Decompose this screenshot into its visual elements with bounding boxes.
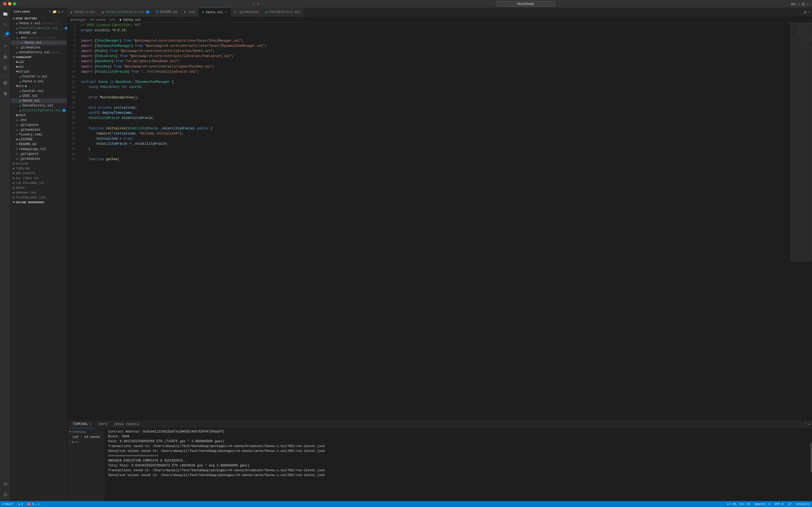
more-icon[interactable]: ⋯ xyxy=(807,2,809,6)
errors-indicator[interactable]: ⛔ 0 ⚠ 1 xyxy=(25,501,42,507)
terminal-instance-zsh[interactable]: zsh - v4-vanna xyxy=(67,435,105,440)
file-usdc-sol[interactable]: ◆ USDC.sol xyxy=(11,94,67,98)
open-editor-vanna-sol[interactable]: ✕ ◆ Vanna.sol packages/v4-... xyxy=(11,40,67,45)
folder-script[interactable]: ▼ script xyxy=(11,69,67,74)
folder-out[interactable]: ► out xyxy=(11,64,67,69)
open-editors-header[interactable]: ▼ OPEN EDITORS xyxy=(11,16,67,21)
tab-gitmodules[interactable]: ⚙ .gitmodules xyxy=(231,7,262,17)
inline-bookmarks-section[interactable]: ▼ INLINE BOOKMARKS xyxy=(11,200,67,205)
collapse-all-icon[interactable]: ⋯ xyxy=(61,10,64,14)
settings-icon[interactable] xyxy=(1,490,10,499)
close-button[interactable] xyxy=(3,2,6,5)
file-counter-sol[interactable]: ◆ Counter.sol xyxy=(11,89,67,94)
spaces-indicator[interactable]: Spaces: 4 xyxy=(752,501,772,507)
tag-explorer-section[interactable]: ► TAG EXPLORER (0) xyxy=(11,181,67,185)
maximize-panel-icon[interactable]: ⌃ xyxy=(805,422,806,426)
terminal-output[interactable]: Contract Address: 0x82e01223d51Eb87e16A0… xyxy=(105,428,810,501)
encoding-indicator[interactable]: UTF-8 xyxy=(772,501,786,507)
close-icon[interactable]: ✕ xyxy=(19,41,20,44)
tab-volatility-oracle[interactable]: ◆ VolatilityOracle.sol 1 xyxy=(99,7,153,17)
tab-readme[interactable]: M README.md xyxy=(153,7,181,17)
file-foundry-toml[interactable]: ≡ foundry.toml xyxy=(11,132,67,137)
more-tabs-icon[interactable]: ⋯ xyxy=(808,10,810,14)
remote-icon[interactable] xyxy=(1,63,10,72)
all-links-section[interactable]: ► ALL LINKS (0) xyxy=(11,176,67,181)
new-folder-icon[interactable]: 📁 xyxy=(52,10,57,14)
open-editor-gitmodules[interactable]: ⚙ .gitmodules xyxy=(11,45,67,50)
file-env[interactable]: ⚙ .env xyxy=(11,118,67,123)
database-icon[interactable] xyxy=(1,90,10,98)
explorer-icon[interactable] xyxy=(1,10,10,18)
file-vanna-factory-sol[interactable]: ◆ VannaFactory.sol xyxy=(11,103,67,108)
chevron-down-icon: ▼ xyxy=(16,70,18,74)
cursor-position[interactable]: Ln 29, Col 26 xyxy=(725,501,752,507)
file-root-gitignore[interactable]: ≡ .gitignore xyxy=(11,152,67,157)
timeline-section[interactable]: ► TIMELINE xyxy=(11,166,67,171)
open-editor-vanna-factory[interactable]: ◆ VannaFactory.sol packa... xyxy=(11,50,67,55)
file-gitignore[interactable]: ≡ .gitignore xyxy=(11,123,67,127)
open-editor-readme[interactable]: M README.md xyxy=(11,31,67,36)
folder-src[interactable]: ▼ src xyxy=(11,84,67,89)
npm-scripts-section[interactable]: ► NPM SCRIPTS xyxy=(11,171,67,176)
sync-indicator[interactable]: ↻ 0 xyxy=(16,501,25,507)
tab-vanna-s-sol[interactable]: ◆ Vanna.s.sol xyxy=(67,7,99,17)
add-terminal-icon[interactable]: + xyxy=(69,440,71,444)
tab-debug-console[interactable]: DEBUG CONSOLE xyxy=(111,421,143,428)
minimize-button[interactable] xyxy=(8,2,11,5)
terminal-scrollbar[interactable] xyxy=(810,428,812,501)
line-ending-indicator[interactable]: LF xyxy=(786,501,794,507)
file-license[interactable]: ⚑ LICENSE xyxy=(11,137,67,142)
language-indicator[interactable]: solidity xyxy=(794,501,812,507)
new-file-icon[interactable]: + xyxy=(49,10,51,14)
breadcrumb-src[interactable]: src xyxy=(110,18,116,22)
forward-button[interactable]: › xyxy=(257,1,260,6)
refresh-icon[interactable]: ↻ xyxy=(58,10,60,14)
gitlens-icon[interactable] xyxy=(1,79,10,88)
search-icon[interactable] xyxy=(1,20,10,29)
split-editor-icon[interactable]: ▧ xyxy=(802,2,804,6)
file-root-gitmodules[interactable]: ⚙ .gitmodules xyxy=(11,157,67,161)
notes-section[interactable]: ► NOTES xyxy=(11,185,67,190)
breadcrumb-packages[interactable]: packages xyxy=(70,18,86,22)
folder-lib[interactable]: ► lib xyxy=(11,60,67,64)
open-editor-env[interactable]: ⚙ .env packages/v4-vanna xyxy=(11,36,67,40)
file-counter-s-sol[interactable]: ◆ Counter.s.sol xyxy=(11,74,67,79)
extensions-icon[interactable] xyxy=(1,53,10,61)
branch-indicator[interactable]: ☍ main* xyxy=(0,501,16,507)
tab-close-button[interactable]: ✕ xyxy=(224,10,227,14)
sidebar-toggle-icon[interactable]: ▮▮ xyxy=(791,2,796,6)
tab-vanna-factory[interactable]: ◆ VannaFactory.sol xyxy=(262,7,304,17)
search-input[interactable] xyxy=(496,1,555,7)
file-remappings[interactable]: ≡ remappings.txt xyxy=(11,147,67,152)
tab-terminal[interactable]: TERMINAL 1 xyxy=(69,421,95,428)
preview-icon[interactable] xyxy=(1,480,10,488)
tab-ports[interactable]: PORTS xyxy=(95,421,111,428)
open-editor-vanna-s-sol[interactable]: ◆ Vanna.s.sol packages/v... xyxy=(11,21,67,26)
tab-vanna-sol[interactable]: ◆ Vanna.sol ✕ xyxy=(199,7,231,17)
outline-section[interactable]: ► OUTLINE xyxy=(11,161,67,166)
editor-layout-icon[interactable]: ▭ xyxy=(798,2,800,6)
file-vanna-sol[interactable]: ◆ Vanna.sol xyxy=(11,98,67,103)
split-editor-icon[interactable]: ▧ xyxy=(805,10,806,14)
folder-test[interactable]: ► test xyxy=(11,113,67,118)
file-gitmodules[interactable]: ⚙ .gitmodules xyxy=(11,127,67,132)
close-panel-icon[interactable]: ✕ xyxy=(808,422,810,426)
code-editor[interactable]: 12345 678910 1112131415 1617181920 21222… xyxy=(67,23,812,420)
source-control-icon[interactable]: 4 xyxy=(1,31,10,40)
breadcrumb-vanna-sol[interactable]: ◆ Vanna.sol xyxy=(119,18,141,22)
orphans-section[interactable]: ► ORPHANS (84) xyxy=(11,190,67,195)
open-editor-volatility[interactable]: ◆ VolatilityOracle.sol... 1 xyxy=(11,26,67,31)
more-terminal-icon[interactable]: ⋯ xyxy=(78,440,80,444)
back-button[interactable]: ‹ xyxy=(252,1,255,6)
file-readme-md[interactable]: M README.md xyxy=(11,142,67,147)
kill-terminal-icon[interactable]: ⌫ xyxy=(75,440,77,444)
file-volatility-oracle-sol[interactable]: ◆ VolatilityOracle.sol 1 xyxy=(11,108,67,113)
file-vanna-s-sol[interactable]: ◆ Vanna.s.sol xyxy=(11,79,67,84)
tab-env[interactable]: ⚙ .env xyxy=(181,7,199,17)
run-icon[interactable] xyxy=(1,42,10,51)
breadcrumb-v4-vanna[interactable]: v4-vanna xyxy=(90,18,106,22)
placeholders-section[interactable]: ► PLACEHOLDERS (26) xyxy=(11,195,67,200)
split-terminal-icon[interactable]: ▧ xyxy=(72,440,74,444)
vannaswap-header[interactable]: ▼ VANNASWAP xyxy=(11,55,67,60)
maximize-button[interactable] xyxy=(13,2,16,5)
